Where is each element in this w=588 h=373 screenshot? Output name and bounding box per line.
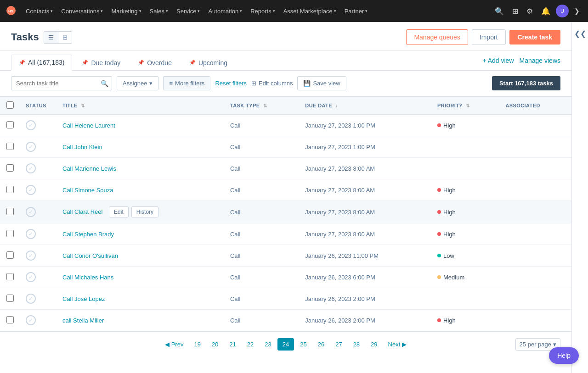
next-button[interactable]: Next ▶ [384,339,411,350]
assignee-filter-button[interactable]: Assignee ▾ [117,76,158,90]
row-action-history[interactable]: History [131,206,158,217]
tab-upcoming[interactable]: 📌 Upcoming [181,55,235,70]
nav-collapse-btn[interactable]: ❯ [571,5,582,17]
row-checkbox[interactable] [6,316,14,323]
status-icon[interactable]: ✓ [26,120,36,130]
task-title-link[interactable]: Call John Klein [62,144,102,150]
page-21-button[interactable]: 21 [224,338,241,351]
row-associated-cell [500,158,571,179]
title-column[interactable]: TITLE ⇅ [57,97,225,115]
save-view-button[interactable]: 💾 Save view [297,76,346,90]
status-icon[interactable]: ✓ [26,229,36,239]
nav-asset-marketplace[interactable]: Asset Marketplace ▾ [280,6,340,17]
row-checkbox[interactable] [6,121,14,128]
row-checkbox[interactable] [6,164,14,172]
import-button[interactable]: Import [472,29,506,45]
row-action-edit[interactable]: Edit [109,206,129,217]
page-23-button[interactable]: 23 [260,338,276,351]
nav-contacts[interactable]: Contacts ▾ [22,6,57,17]
task-title-link[interactable]: Call Marienne Lewis [62,165,116,172]
nav-automation[interactable]: Automation ▾ [204,6,246,17]
page-26-button[interactable]: 26 [313,338,329,351]
task-title-link[interactable]: call Stella Miller [62,317,104,324]
status-icon[interactable]: ✓ [26,185,36,195]
row-title-cell: Call John Klein [57,136,225,158]
page-22-button[interactable]: 22 [242,338,259,351]
status-icon[interactable]: ✓ [26,315,36,325]
nav-service[interactable]: Service ▾ [173,6,204,17]
tab-all[interactable]: 📌 All (167,183) [11,55,72,71]
nav-partner[interactable]: Partner ▾ [341,6,372,17]
nav-sales[interactable]: Sales ▾ [146,6,172,17]
task-type-column[interactable]: TASK TYPE ⇅ [225,97,300,115]
search-icon-btn[interactable]: 🔍 [492,4,507,18]
next-arrow-icon: ▶ [402,341,407,348]
nav-conversations[interactable]: Conversations ▾ [57,6,107,17]
status-icon[interactable]: ✓ [26,294,36,304]
search-input[interactable] [11,76,112,90]
page-20-button[interactable]: 20 [207,338,223,351]
page-25-button[interactable]: 25 [295,338,311,351]
row-checkbox[interactable] [6,230,14,237]
tab-overdue[interactable]: 📌 Overdue [130,55,180,70]
manage-queues-button[interactable]: Manage queues [406,29,468,45]
save-icon: 💾 [303,80,311,87]
due-date-column[interactable]: DUE DATE ↓ [300,97,432,115]
row-checkbox[interactable] [6,208,14,215]
more-filters-button[interactable]: ≡ More filters [163,76,210,90]
page-19-button[interactable]: 19 [189,338,205,351]
bell-icon-btn[interactable]: 🔔 [538,4,553,18]
status-icon[interactable]: ✓ [26,142,36,152]
manage-views-button[interactable]: Manage views [520,57,561,64]
chevron-down-icon: ▾ [334,9,336,13]
page-24-button[interactable]: 24 [277,338,294,351]
help-button[interactable]: Help [549,347,579,364]
prev-button[interactable]: ◀ Prev [161,339,187,350]
create-task-button[interactable]: Create task [509,30,561,45]
task-title-link[interactable]: Call Conor O'sullivan [62,252,118,259]
page-29-button[interactable]: 29 [366,338,382,351]
user-avatar[interactable]: U [556,5,569,17]
task-title-link[interactable]: Call Michales Hans [62,274,113,281]
chevron-down-icon: ▾ [365,9,368,13]
page-27-button[interactable]: 27 [330,338,347,351]
hubspot-logo[interactable]: HS [6,5,17,17]
row-checkbox[interactable] [6,295,14,302]
nav-marketing[interactable]: Marketing ▾ [107,6,145,17]
row-checkbox[interactable] [6,273,14,280]
page-28-button[interactable]: 28 [348,338,365,351]
row-checkbox[interactable] [6,186,14,193]
start-tasks-button[interactable]: Start 167,183 tasks [492,76,560,90]
chevron-down-icon: ▾ [149,80,153,87]
right-panel-toggle[interactable]: ❮❮ [571,22,588,373]
tab-due-today[interactable]: 📌 Due today [74,55,128,70]
status-icon[interactable]: ✓ [26,251,36,261]
task-title-link[interactable]: Call Clara Reel [62,208,102,215]
list-view-toggle[interactable]: ☰ [44,32,58,43]
priority-column[interactable]: PRIORITY ⇅ [432,97,500,115]
status-icon[interactable]: ✓ [26,272,36,282]
search-submit-icon[interactable]: 🔍 [101,80,108,87]
row-title-cell: Call José Lopez [57,288,225,310]
nav-reports[interactable]: Reports ▾ [247,6,279,17]
select-all-checkbox[interactable] [6,101,14,109]
grid-icon-btn[interactable]: ⊞ [509,4,521,18]
row-checkbox[interactable] [6,143,14,150]
edit-columns-button[interactable]: ⊞ Edit columns [251,80,293,87]
task-title-link[interactable]: Call Stephen Brady [62,231,114,238]
task-title-link[interactable]: Call Helene Laurent [62,122,115,129]
status-column[interactable]: STATUS [20,97,57,115]
grid-view-toggle[interactable]: ⊞ [58,32,72,43]
row-associated-cell [500,115,571,136]
reset-filters-button[interactable]: Reset filters [215,80,247,87]
associated-column[interactable]: ASSOCIATED [500,97,571,115]
row-task-type-cell: Call [225,288,300,310]
task-title-link[interactable]: Call Simone Souza [62,187,113,194]
row-checkbox[interactable] [6,251,14,259]
status-icon[interactable]: ✓ [26,163,36,173]
main-container: Tasks ☰ ⊞ Manage queues Import Create ta… [0,22,588,373]
settings-icon-btn[interactable]: ⚙ [524,4,536,18]
add-view-button[interactable]: + Add view [482,57,514,64]
status-icon[interactable]: ✓ [26,207,36,217]
task-title-link[interactable]: Call José Lopez [62,295,105,302]
